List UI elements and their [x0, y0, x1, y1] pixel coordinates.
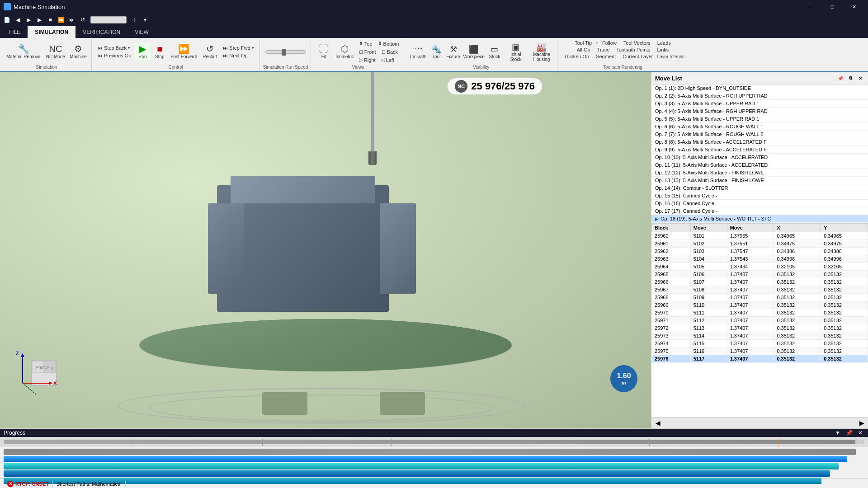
- nc-mode-button[interactable]: NC NC Mode: [44, 43, 67, 60]
- links-button[interactable]: Links: [655, 47, 672, 53]
- bottom-button[interactable]: ⬇Bottom: [376, 40, 401, 47]
- timeline-bar[interactable]: [4, 440, 864, 444]
- stop-button[interactable]: ■ Stop: [151, 43, 168, 60]
- table-row[interactable]: 2597651171.374070.351320.35132: [652, 355, 868, 363]
- op-item-11[interactable]: Op. 11 (11): 5-Axis Multi Surface - ACCE…: [651, 161, 868, 169]
- table-row[interactable]: 2596751081.374070.351320.35132: [652, 286, 868, 294]
- close-button[interactable]: ✕: [844, 0, 864, 14]
- initial-stock-button[interactable]: ▣ Initial Stock: [503, 41, 528, 63]
- reset-qa[interactable]: ↺: [78, 15, 88, 25]
- top-button[interactable]: ⬆Top: [357, 40, 375, 47]
- progress-pin-btn[interactable]: 📌: [844, 430, 854, 436]
- tool-vectors-button[interactable]: Tool Vectors: [621, 40, 653, 46]
- nav-left-arrow[interactable]: ◀: [653, 418, 662, 427]
- current-layer-button[interactable]: Current Layer: [620, 53, 656, 60]
- undo-button[interactable]: ◀: [13, 15, 23, 25]
- move-table-container[interactable]: Block Move Move X Y 2596051011.379550.34…: [651, 223, 868, 417]
- follow-button[interactable]: Follow: [599, 40, 619, 46]
- stock-button[interactable]: ▭ Stock: [486, 43, 503, 60]
- table-row[interactable]: 2596951101.374070.351320.35132: [652, 301, 868, 309]
- float-button[interactable]: ⧉: [846, 74, 854, 82]
- tool-tip-button[interactable]: Tool Tip: [572, 40, 594, 46]
- table-row[interactable]: 2596651071.374070.351320.35132: [652, 278, 868, 286]
- material-removal-button[interactable]: 🔧 Material Removal: [5, 43, 43, 60]
- table-row[interactable]: 2597151121.374070.351320.35132: [652, 317, 868, 324]
- redo-button[interactable]: ▶: [24, 15, 33, 25]
- op-item-7[interactable]: Op. 7 (7): 5-Axis Multi Surface - ROUGH …: [651, 131, 868, 138]
- table-row[interactable]: 2596551061.374070.351320.35132: [652, 271, 868, 278]
- down-qa[interactable]: ▾: [140, 15, 150, 25]
- table-row[interactable]: 2597451151.374070.351320.35132: [652, 340, 868, 347]
- tool-button[interactable]: 🔩 Tool: [428, 43, 444, 60]
- op-item-15[interactable]: Op. 15 (15): Canned Cycle -: [651, 192, 868, 200]
- op-item-13[interactable]: Op. 13 (13): 5-Axis Multi Surface - FINI…: [651, 177, 868, 184]
- prev-op-button[interactable]: ⏮ Previous Op: [95, 52, 134, 59]
- op-item-5[interactable]: Op. 5 (5): 5-Axis Multi Surface - UPPER …: [651, 115, 868, 123]
- speed-thumb[interactable]: [282, 49, 286, 56]
- op-item-6[interactable]: Op. 6 (6): 5-Axis Multi Surface - ROUGH …: [651, 123, 868, 131]
- front-button[interactable]: ◻Front: [357, 48, 378, 56]
- toolpath-button[interactable]: 〰 Toolpath: [408, 44, 428, 60]
- all-op-button[interactable]: All Op: [574, 47, 593, 53]
- minimize-button[interactable]: ─: [800, 0, 821, 14]
- table-row[interactable]: 2596151021.375510.349750.34975: [652, 240, 868, 248]
- table-row[interactable]: 2597551161.374070.351320.35132: [652, 347, 868, 355]
- play-button[interactable]: ▶: [34, 15, 44, 25]
- progress-close-btn[interactable]: ✕: [856, 430, 864, 436]
- table-row[interactable]: 2596351041.375430.349960.34996: [652, 255, 868, 263]
- maximize-button[interactable]: □: [822, 0, 843, 14]
- progress-collapse-btn[interactable]: ▼: [833, 430, 842, 436]
- op-item-18[interactable]: ▶Op. 18 (19): 5-Axis Multi Surface - WO …: [651, 215, 868, 223]
- fixture-button[interactable]: ⚒ Fixture: [445, 43, 462, 60]
- fit-button[interactable]: ⛶ Fit: [315, 43, 333, 60]
- step-fwd-button[interactable]: ⏭ Step Fwd ▾: [221, 44, 256, 52]
- tab-view[interactable]: VIEW: [127, 26, 156, 38]
- skip-qa[interactable]: ⏭: [67, 15, 77, 25]
- fast-forward-button[interactable]: ⏩ Fast Forward: [169, 43, 199, 60]
- cursor-qa[interactable]: ⊹: [129, 15, 139, 25]
- right-button[interactable]: ▷Right: [357, 56, 378, 64]
- new-button[interactable]: 📄: [2, 15, 12, 25]
- trace-button[interactable]: Trace: [594, 47, 613, 53]
- nav-right-arrow[interactable]: ▶: [857, 418, 866, 427]
- stop-qa-button[interactable]: ■: [45, 15, 55, 25]
- op-item-17[interactable]: Op. 17 (17): Canned Cycle -: [651, 207, 868, 215]
- pin-button[interactable]: 📌: [836, 74, 844, 82]
- op-item-3[interactable]: Op. 3 (3): 5-Axis Multi Surface - UPPER …: [651, 100, 868, 108]
- table-row[interactable]: 2597251131.374070.351320.35132: [652, 324, 868, 332]
- thicken-op-button[interactable]: Thicken Op: [561, 53, 592, 60]
- viewport[interactable]: NC 25 976/25 976 Front Right Z X: [0, 72, 651, 428]
- op-item-16[interactable]: Op. 16 (16): Canned Cycle -: [651, 200, 868, 207]
- op-list[interactable]: Op. 1 (1): 2D High Speed - DYN_OUTSIDEOp…: [651, 84, 868, 223]
- timeline-track[interactable]: [0, 437, 868, 447]
- speed-track[interactable]: [265, 50, 306, 54]
- workpiece-button[interactable]: ⬛ Workpiece: [462, 43, 486, 60]
- tab-verification[interactable]: VERIFICATION: [75, 26, 127, 38]
- back-button[interactable]: ◻Back: [379, 48, 400, 56]
- op-item-12[interactable]: Op. 12 (12): 5-Axis Multi Surface - FINI…: [651, 169, 868, 177]
- machine-button[interactable]: ⚙ Machine: [68, 43, 89, 60]
- tab-file[interactable]: FILE: [2, 26, 28, 38]
- op-item-8[interactable]: Op. 8 (8): 5-Axis Multi Surface - ACCELE…: [651, 138, 868, 146]
- run-button[interactable]: ▶ Run: [134, 43, 151, 60]
- fast-fwd-qa[interactable]: ⏩: [56, 15, 66, 25]
- next-op-button[interactable]: ⏭ Next Op: [221, 52, 256, 59]
- op-item-4[interactable]: Op. 4 (4): 5-Axis Multi Surface - RGH UP…: [651, 108, 868, 115]
- op-item-2[interactable]: Op. 2 (2): 5-Axis Multi Surface - RGH UP…: [651, 92, 868, 100]
- toolpath-points-button[interactable]: Toolpath Points: [613, 47, 653, 53]
- table-row[interactable]: 2596251031.375470.343860.34386: [652, 248, 868, 255]
- table-row[interactable]: 2597051111.374070.351320.35132: [652, 309, 868, 317]
- table-row[interactable]: 2596451051.374340.321050.32105: [652, 263, 868, 271]
- table-row[interactable]: 2596051011.379550.349650.34965: [652, 232, 868, 240]
- restart-button[interactable]: ↺ Restart: [200, 43, 220, 60]
- op-item-1[interactable]: Op. 1 (1): 2D High Speed - DYN_OUTSIDE: [651, 84, 868, 92]
- left-button[interactable]: ◁Left: [379, 56, 396, 64]
- table-row[interactable]: 2597351141.374070.351320.35132: [652, 332, 868, 340]
- table-row[interactable]: 2596851091.374070.351320.35132: [652, 294, 868, 301]
- leads-button[interactable]: Leads: [655, 40, 674, 46]
- step-back-button[interactable]: ⏮ Step Back ▾: [95, 44, 134, 52]
- op-item-9[interactable]: Op. 9 (9): 5-Axis Multi Surface - ACCELE…: [651, 146, 868, 154]
- speed-slider[interactable]: [90, 16, 127, 23]
- segment-button[interactable]: Segment: [593, 53, 618, 60]
- close-panel-button[interactable]: ✕: [856, 74, 864, 82]
